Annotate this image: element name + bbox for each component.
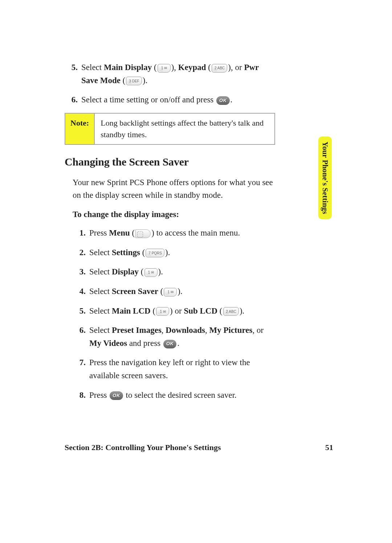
- list-text: Select a time setting or on/off and pres…: [81, 93, 275, 106]
- list-text: Select Main Display (1 ✉), Keypad (2 ABC…: [81, 61, 275, 87]
- list-item: 3.Select Display (1 ✉).: [73, 265, 275, 278]
- list-number: 4.: [73, 285, 89, 298]
- ok-button-icon: OK: [110, 391, 123, 400]
- page-content: 5.Select Main Display (1 ✉), Keypad (2 A…: [65, 61, 275, 408]
- note-text: Long backlight settings affect the batte…: [95, 114, 274, 144]
- list-item: 4.Select Screen Saver (1 ✉).: [73, 285, 275, 298]
- list-text: Select Main LCD (1 ✉) or Sub LCD (2 ABC)…: [89, 305, 275, 318]
- list-number: 2.: [73, 246, 89, 259]
- phone-key-icon: 1 ✉: [156, 307, 169, 316]
- page-footer: Section 2B: Controlling Your Phone's Set…: [65, 443, 333, 452]
- phone-key-icon: 1 ✉: [164, 288, 177, 297]
- list-number: 8.: [73, 389, 89, 402]
- list-item: 7.Press the navigation key left or right…: [73, 356, 275, 382]
- ok-button-icon: OK: [216, 96, 230, 105]
- list-item: 5.Select Main Display (1 ✉), Keypad (2 A…: [65, 61, 275, 87]
- list-text: Select Settings (7 PQRS).: [89, 246, 275, 259]
- list-number: 1.: [73, 226, 89, 240]
- list-number: 6.: [65, 93, 81, 106]
- intro-paragraph: Your new Sprint PCS Phone offers options…: [73, 176, 275, 202]
- top-ordered-list: 5.Select Main Display (1 ✉), Keypad (2 A…: [65, 61, 275, 106]
- list-text: Press the navigation key left or right t…: [89, 356, 275, 382]
- list-number: 6.: [73, 324, 89, 350]
- list-item: 1.Press Menu () to access the main menu.: [73, 226, 275, 240]
- list-item: 5.Select Main LCD (1 ✉) or Sub LCD (2 AB…: [73, 305, 275, 318]
- section-heading: Changing the Screen Saver: [65, 156, 275, 168]
- phone-key-icon: 1 ✉: [144, 268, 158, 277]
- list-text: Press OK to select the desired screen sa…: [89, 389, 275, 402]
- note-box: Note: Long backlight settings affect the…: [65, 113, 275, 145]
- phone-key-icon: 2 ABC: [212, 64, 227, 73]
- phone-key-icon: 1 ✉: [158, 64, 171, 73]
- list-item: 2.Select Settings (7 PQRS).: [73, 246, 275, 259]
- list-text: Select Preset Images, Downloads, My Pict…: [89, 324, 275, 350]
- list-text: Select Screen Saver (1 ✉).: [89, 285, 275, 298]
- phone-key-icon: 7 PQRS: [146, 249, 164, 257]
- note-label: Note:: [65, 114, 95, 144]
- list-number: 5.: [73, 305, 89, 318]
- list-number: 5.: [65, 61, 81, 87]
- phone-key-icon: 2 ABC: [223, 307, 239, 316]
- menu-key-icon: [135, 229, 151, 238]
- list-text: Select Display (1 ✉).: [89, 265, 275, 278]
- footer-page: 51: [325, 443, 333, 452]
- list-item: 6.Select Preset Images, Downloads, My Pi…: [73, 324, 275, 350]
- phone-key-icon: 3 DEF: [126, 77, 142, 85]
- list-number: 3.: [73, 265, 89, 278]
- list-number: 7.: [73, 356, 89, 382]
- list-item: 6.Select a time setting or on/off and pr…: [65, 93, 275, 106]
- steps-list: 1.Press Menu () to access the main menu.…: [73, 226, 275, 401]
- side-tab: Your Phone's Settings: [318, 136, 332, 219]
- list-item: 8.Press OK to select the desired screen …: [73, 389, 275, 402]
- list-text: Press Menu () to access the main menu.: [89, 226, 275, 240]
- subheading: To change the display images:: [73, 210, 275, 219]
- ok-button-icon: OK: [163, 340, 177, 348]
- footer-section: Section 2B: Controlling Your Phone's Set…: [65, 443, 221, 452]
